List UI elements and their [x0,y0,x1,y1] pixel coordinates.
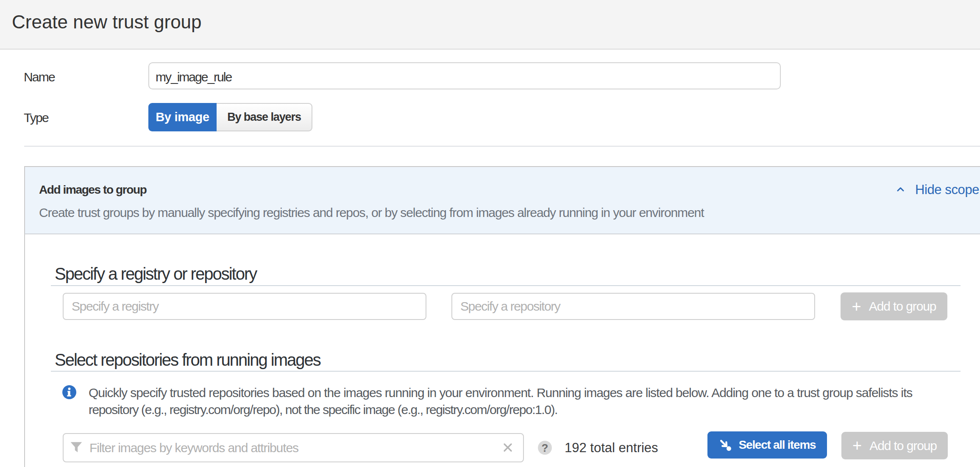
svg-text:?: ? [542,442,548,454]
